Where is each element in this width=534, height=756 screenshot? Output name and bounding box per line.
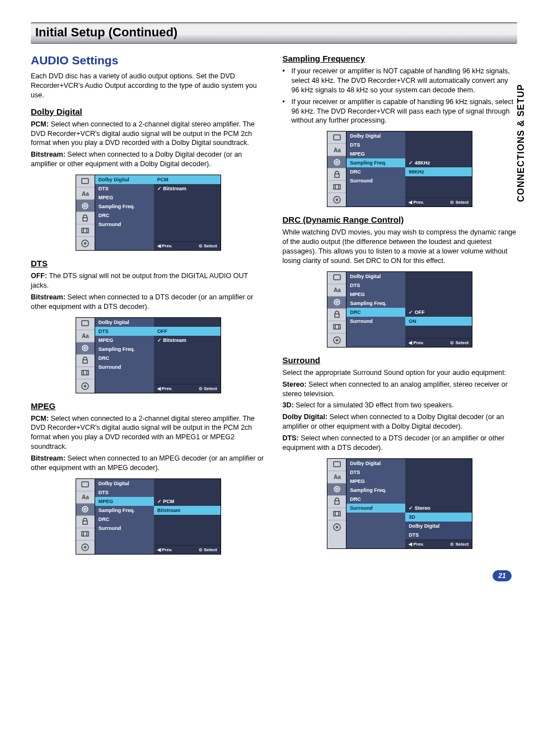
- page-number: 21: [493, 570, 512, 581]
- osd-item-mpeg: MPEG: [95, 497, 154, 506]
- language-icon: Aa: [76, 491, 95, 504]
- osd-item-sampling: Sampling Freq.: [346, 486, 405, 495]
- svg-text:Aa: Aa: [334, 287, 341, 293]
- osd-sampling: Aa Dolby Digital DTS MPEG Sampling Freq.…: [327, 131, 472, 207]
- osd-select: ⊙ Select: [199, 386, 217, 391]
- pcm-desc: Select when connected to a 2-channel dig…: [31, 415, 255, 451]
- osd-opt-pcm: PCM: [154, 497, 221, 506]
- osd-options: PCM Bitstream ◀ Prev.⊙ Select: [154, 175, 221, 250]
- right-column: Sampling Frequency •If your receiver or …: [283, 54, 518, 562]
- svg-point-3: [84, 205, 86, 207]
- osd-icon-column: Aa: [76, 479, 95, 554]
- svg-rect-0: [82, 179, 88, 184]
- sampling-bullet-1: •If your receiver or amplifier is NOT ca…: [283, 67, 518, 95]
- audio-icon: [327, 483, 346, 496]
- audio-intro: Each DVD disc has a variety of audio out…: [31, 72, 266, 100]
- osd-item-dolby: Dolby Digital: [346, 132, 405, 140]
- osd-options: OFF Bitstream ◀ Prev.⊙ Select: [154, 318, 221, 393]
- recording-icon: [327, 321, 346, 334]
- audio-icon: [327, 156, 346, 168]
- osd-prev: ◀ Prev.: [157, 547, 172, 552]
- osd-opt-48khz: 48KHz: [405, 158, 472, 167]
- osd-item-surround: Surround: [95, 524, 154, 533]
- svg-rect-30: [334, 135, 340, 140]
- osd-select: ⊙ Select: [450, 340, 469, 345]
- general-icon: [76, 175, 95, 187]
- osd-item-surround: Surround: [346, 176, 405, 185]
- osd-item-surround: Surround: [346, 317, 405, 326]
- recording-icon: [76, 224, 95, 237]
- osd-item-dts: DTS: [346, 468, 405, 477]
- mpeg-pcm-text: PCM: Select when connected to a 2-channe…: [31, 414, 266, 452]
- page-title: Initial Setup (Continued): [35, 25, 177, 39]
- bitstream-label: Bitstream:: [31, 293, 65, 301]
- dolby-pcm-text: PCM: Select when connected to a 2-channe…: [31, 120, 266, 148]
- osd-item-mpeg: MPEG: [95, 193, 154, 202]
- osd-menu-list: Dolby Digital DTS MPEG Sampling Freq. DR…: [346, 132, 405, 206]
- osd-opt-off: OFF: [405, 308, 472, 317]
- osd-opt-bitstream: Bitstream: [154, 336, 221, 345]
- svg-rect-4: [83, 218, 87, 221]
- drc-heading: DRC (Dynamic Range Control): [283, 215, 518, 224]
- left-column: AUDIO Settings Each DVD disc has a varie…: [31, 54, 266, 562]
- svg-rect-44: [335, 314, 339, 317]
- osd-footer: ◀ Prev.⊙ Select: [405, 338, 472, 347]
- osd-footer: ◀ Prev.⊙ Select: [405, 539, 472, 548]
- osd-select: ⊙ Select: [450, 542, 469, 547]
- osd-options: OFF ON ◀ Prev.⊙ Select: [405, 272, 472, 347]
- svg-point-9: [85, 243, 86, 245]
- osd-menu-list: Dolby Digital DTS MPEG Sampling Freq. DR…: [346, 272, 405, 347]
- svg-point-29: [85, 546, 86, 548]
- osd-icon-column: Aa: [76, 175, 95, 250]
- osd-item-dolby: Dolby Digital: [95, 479, 154, 488]
- osd-footer: ◀ Prev.⊙ Select: [154, 241, 221, 250]
- pcm-label: PCM:: [31, 120, 49, 128]
- svg-rect-35: [334, 185, 340, 189]
- osd-item-sampling: Sampling Freq.: [346, 299, 405, 308]
- svg-point-53: [336, 488, 338, 490]
- language-icon: Aa: [327, 144, 346, 156]
- off-desc: The DTS signal will not be output from t…: [31, 272, 248, 289]
- audio-icon: [327, 297, 346, 309]
- svg-point-12: [82, 345, 88, 351]
- osd-item-drc: DRC: [95, 211, 154, 220]
- general-icon: [76, 479, 95, 491]
- mpeg-heading: MPEG: [31, 401, 266, 411]
- lock-icon: [327, 168, 346, 181]
- audio-icon: [76, 200, 95, 212]
- osd-item-dts: DTS: [95, 488, 154, 497]
- svg-text:Aa: Aa: [82, 333, 89, 339]
- recording-icon: [327, 181, 346, 193]
- bitstream-label: Bitstream:: [31, 454, 65, 462]
- surround-3d: 3D: Select for a simulated 3D effect fro…: [283, 401, 518, 410]
- osd-select: ⊙ Select: [199, 547, 217, 552]
- pcm-desc: Select when connected to a 2-channel dig…: [31, 120, 255, 147]
- osd-item-dts: DTS: [95, 327, 154, 336]
- language-icon: Aa: [327, 471, 346, 483]
- surround-intro: Select the appropriate Surround Sound op…: [283, 368, 518, 378]
- 3d-desc: Select for a simulated 3D effect from tw…: [294, 401, 454, 409]
- osd-item-dolby: Dolby Digital: [346, 459, 405, 468]
- svg-point-58: [334, 524, 340, 530]
- recording-icon: [76, 528, 95, 541]
- osd-opt-stereo: Stereo: [405, 504, 472, 513]
- osd-prev: ◀ Prev.: [409, 200, 424, 205]
- disc-icon: [327, 193, 346, 206]
- svg-point-18: [82, 383, 88, 389]
- osd-item-mpeg: MPEG: [346, 290, 405, 299]
- osd-options: PCM Bitstream ◀ Prev.⊙ Select: [154, 479, 221, 554]
- lock-icon: [327, 496, 346, 508]
- osd-opt-bitstream: Bitstream: [154, 506, 221, 515]
- sampling-text-2: If your receiver or amplifier is capable…: [292, 97, 518, 126]
- svg-rect-34: [335, 174, 339, 177]
- recording-icon: [76, 367, 95, 379]
- svg-rect-54: [335, 501, 339, 504]
- svg-rect-50: [334, 462, 340, 467]
- svg-point-32: [334, 159, 340, 165]
- osd-item-surround: Surround: [95, 220, 154, 229]
- bitstream-desc: Select when connected to an MPEG decoder…: [31, 454, 264, 472]
- osd-item-surround: Surround: [95, 363, 154, 372]
- mpeg-bitstream-text: Bitstream: Select when connected to an M…: [31, 454, 266, 473]
- dts-heading: DTS: [31, 259, 266, 268]
- svg-text:Aa: Aa: [334, 147, 341, 153]
